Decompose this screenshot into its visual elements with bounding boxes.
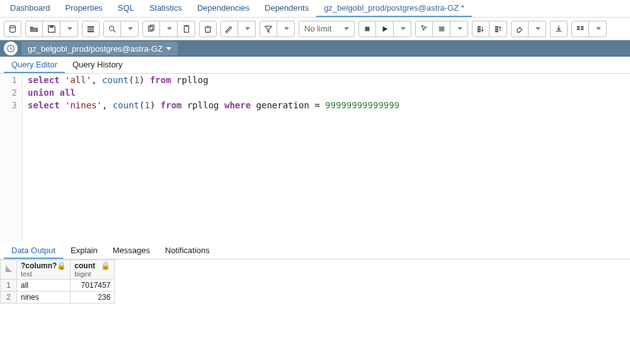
toolbar: No limit <box>0 18 630 40</box>
grid-corner[interactable] <box>1 260 17 280</box>
chevron-down-icon <box>166 47 171 50</box>
editor-gutter: 123 <box>0 74 23 242</box>
explain-button[interactable] <box>415 21 433 37</box>
connection-path[interactable]: gz_belgobl_prod/postgres@astra-GZ <box>21 42 178 55</box>
chevron-down-icon <box>596 27 601 30</box>
explain-dropdown[interactable] <box>450 21 468 37</box>
query-editor[interactable]: 123 select 'all', count(1) from rpllogun… <box>0 74 630 242</box>
svg-rect-18 <box>495 28 498 30</box>
chevron-down-icon <box>245 27 250 30</box>
code-line[interactable]: select 'all', count(1) from rpllog <box>28 74 399 86</box>
download-button[interactable] <box>550 21 568 37</box>
connection-bar: gz_belgobl_prod/postgres@astra-GZ <box>0 40 630 57</box>
svg-rect-12 <box>438 28 444 30</box>
editor-tabs: Query EditorQuery History <box>0 57 630 74</box>
editor-tab[interactable]: Query History <box>65 57 130 73</box>
row-number[interactable]: 2 <box>1 292 17 304</box>
chevron-down-icon <box>536 27 541 30</box>
find-button[interactable] <box>103 21 121 37</box>
column-header[interactable]: count🔒bigint <box>71 260 115 280</box>
svg-rect-9 <box>185 25 188 26</box>
table-row[interactable]: 2nines236 <box>1 292 115 304</box>
top-tabs: DashboardPropertiesSQLStatisticsDependen… <box>0 0 630 18</box>
svg-rect-3 <box>88 28 94 30</box>
find-dropdown[interactable] <box>121 21 139 37</box>
macro-button[interactable] <box>571 21 589 37</box>
result-tab[interactable]: Messages <box>105 243 158 259</box>
explain-options-button[interactable] <box>433 21 450 37</box>
chevron-down-icon <box>284 27 289 30</box>
svg-rect-14 <box>478 26 481 28</box>
chevron-down-icon <box>67 27 72 30</box>
save-button[interactable] <box>43 21 60 37</box>
save-data-button[interactable] <box>82 21 100 37</box>
result-tab[interactable]: Explain <box>63 243 105 259</box>
chevron-down-icon <box>457 27 462 30</box>
row-number[interactable]: 1 <box>1 280 17 292</box>
column-header[interactable]: ?column?🔒text <box>17 260 71 280</box>
top-tab[interactable]: Dashboard <box>3 0 58 17</box>
top-tab[interactable]: Properties <box>58 0 110 17</box>
cell[interactable]: nines <box>17 292 71 304</box>
svg-rect-11 <box>438 26 444 28</box>
top-tab[interactable]: Dependents <box>257 0 316 17</box>
connection-path-text: gz_belgobl_prod/postgres@astra-GZ <box>28 44 163 54</box>
svg-rect-2 <box>88 26 94 28</box>
row-limit-select[interactable]: No limit <box>299 21 355 37</box>
cell[interactable]: all <box>17 280 71 292</box>
paste-button[interactable] <box>178 21 195 37</box>
copy-dropdown[interactable] <box>160 21 178 37</box>
result-tabs: Data OutputExplainMessagesNotifications <box>0 242 630 259</box>
lock-icon: 🔒 <box>101 261 110 270</box>
clock-icon[interactable] <box>4 42 18 55</box>
stop-button[interactable] <box>358 21 376 37</box>
svg-rect-23 <box>581 28 583 30</box>
copy-button[interactable] <box>142 21 160 37</box>
execute-button[interactable] <box>376 21 394 37</box>
lock-icon: 🔒 <box>57 261 66 270</box>
svg-rect-10 <box>365 26 370 31</box>
top-tab[interactable]: SQL <box>110 0 142 17</box>
commit-button[interactable] <box>472 21 490 37</box>
svg-rect-19 <box>495 30 498 32</box>
execute-dropdown[interactable] <box>394 21 411 37</box>
code-line[interactable]: select 'nines', count(1) from rpllog whe… <box>28 99 399 111</box>
svg-rect-17 <box>495 26 498 28</box>
delete-button[interactable] <box>199 21 217 37</box>
cell[interactable]: 7017457 <box>71 280 115 292</box>
chevron-down-icon <box>344 27 349 30</box>
svg-rect-20 <box>577 26 580 28</box>
top-tab[interactable]: Statistics <box>142 0 190 17</box>
save-dropdown[interactable] <box>60 21 78 37</box>
editor-tab[interactable]: Query Editor <box>4 57 65 73</box>
row-limit-label: No limit <box>304 24 331 33</box>
svg-rect-1 <box>50 25 53 28</box>
top-tab[interactable]: gz_belgobl_prod/postgres@astra-GZ * <box>316 0 472 17</box>
svg-rect-16 <box>478 30 481 32</box>
filter-dropdown[interactable] <box>277 21 295 37</box>
clear-dropdown[interactable] <box>529 21 546 37</box>
filter-button[interactable] <box>260 21 277 37</box>
rollback-button[interactable] <box>490 21 507 37</box>
edit-dropdown[interactable] <box>238 21 256 37</box>
code-line[interactable]: union all <box>28 86 399 99</box>
svg-rect-13 <box>438 30 444 31</box>
top-tab[interactable]: Dependencies <box>190 0 257 17</box>
svg-point-0 <box>10 25 16 28</box>
open-file-button[interactable] <box>25 21 43 37</box>
cell[interactable]: 236 <box>71 292 115 304</box>
editor-code[interactable]: select 'all', count(1) from rpllogunion … <box>23 74 399 242</box>
result-tab[interactable]: Data Output <box>4 243 63 259</box>
table-row[interactable]: 1all7017457 <box>1 280 115 292</box>
svg-point-5 <box>110 26 114 30</box>
svg-rect-22 <box>581 26 583 28</box>
chevron-down-icon <box>128 27 133 30</box>
clear-button[interactable] <box>511 21 529 37</box>
database-icon-button[interactable] <box>4 21 21 37</box>
macro-dropdown[interactable] <box>589 21 607 37</box>
edit-button[interactable] <box>220 21 238 37</box>
result-grid[interactable]: ?column?🔒textcount🔒bigint1all70174572nin… <box>0 259 115 304</box>
svg-rect-4 <box>88 30 94 32</box>
svg-rect-15 <box>478 28 481 30</box>
result-tab[interactable]: Notifications <box>158 243 217 259</box>
